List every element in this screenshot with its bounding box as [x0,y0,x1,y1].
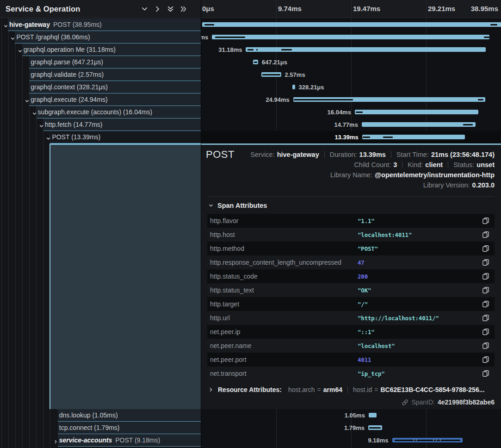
child-span-mark [490,24,497,25]
copy-icon[interactable] [482,217,489,224]
tree-row[interactable]: graphql.context (328.21μs) [0,81,201,93]
tree-row[interactable]: graphql.execute (24.94ms) [0,93,201,106]
timeline-row[interactable]: 24.94ms [201,93,501,106]
collapse-all-button[interactable] [167,5,174,13]
tree-row[interactable]: POST (13.39ms) [0,131,201,143]
trace-viewer: Service & Operation hive-gatewayPOST (38… [0,0,501,448]
child-span-mark [294,99,353,100]
copy-icon[interactable] [482,245,489,252]
timeline-row[interactable]: 38.95ms [201,19,501,31]
span-bar[interactable] [362,122,476,127]
child-span-mark [463,124,473,125]
tree-row[interactable]: graphql.parse (647.21μs) [0,56,201,68]
chevron-down-icon[interactable] [39,122,44,131]
tree-row[interactable]: service-accountsPOST (9.18ms) [0,434,201,447]
duration-label: 14.77ms [334,118,358,131]
chevron-down-icon[interactable] [46,135,51,143]
copy-icon[interactable] [482,259,489,266]
attribute-value: "ip_tcp" [358,370,482,377]
attribute-key: http.method [210,245,358,252]
copy-icon[interactable] [482,273,489,280]
ruler-tick-label: 0μs [202,0,214,17]
copy-icon[interactable] [482,356,489,363]
meta-value: 3 [393,161,397,168]
timeline-panel: 0μs9.74ms19.47ms29.21ms38.95ms 38.95ms36… [201,0,501,448]
copy-icon[interactable] [482,370,489,377]
chevron-right-icon[interactable] [53,438,58,446]
panel-splitter[interactable] [201,0,201,448]
attribute-value: "OK" [358,287,482,294]
chevron-down-icon [208,203,214,208]
span-bar[interactable] [362,135,465,139]
span-label: graphql.validate (2.57ms) [31,68,104,81]
chevron-down-icon[interactable] [18,47,23,56]
tree-row[interactable]: POST /graphql (36.06ms) [0,31,201,44]
meta-separator [324,151,325,158]
span-attributes-title: Span Attributes [217,202,267,209]
timeline-row[interactable]: 1.05ms [201,409,501,422]
child-span-mark [356,112,363,113]
copy-icon[interactable] [482,342,489,349]
span-label: subgraph.execute (accounts) (16.04ms) [38,106,152,118]
copy-icon [482,314,489,322]
span-bar[interactable] [292,85,295,89]
tree-row[interactable]: graphql.operation Me (31.18ms) [0,44,201,56]
child-span-mark [478,99,483,100]
timeline-row[interactable]: 31.18ms [201,44,501,56]
copy-icon [482,370,489,377]
span-bar[interactable] [355,110,478,114]
meta-label: Child Count: [354,161,391,168]
copy-icon[interactable] [482,286,489,294]
chevron-down-icon[interactable] [10,35,15,43]
copy-icon[interactable] [482,328,489,336]
copy-icon[interactable] [482,314,489,322]
timeline-row[interactable]: 1.79ms [201,422,501,434]
copy-icon[interactable] [482,231,489,238]
copy-icon [482,328,489,336]
meta-separator [448,162,448,168]
span-attributes-header[interactable]: Span Attributes [208,202,267,209]
span-bar[interactable] [369,413,377,417]
tree-row[interactable]: graphql.validate (2.57ms) [0,68,201,81]
tree-row[interactable]: dns.lookup (1.05ms) [0,409,201,422]
tree-row[interactable]: http.fetch (14.77ms) [0,118,201,131]
attribute-key: net.peer.port [210,356,358,363]
tree-row[interactable]: hive-gatewayPOST (38.95ms) [0,19,201,31]
chevron-down-icon[interactable] [3,22,8,31]
collapse-one-button[interactable] [141,5,148,13]
expand-one-button[interactable] [154,5,161,13]
chevron-down-icon[interactable] [25,97,30,106]
attribute-value: "1.1" [358,218,482,224]
span-label: POST (13.39ms) [52,131,100,143]
attribute-key: http.target [210,300,358,308]
expand-all-button[interactable] [179,5,187,13]
timeline-row[interactable]: 14.77ms [201,118,501,131]
timeline-row[interactable]: 16.04ms [201,106,501,118]
attribute-value: "localhost" [358,342,482,349]
timeline-row[interactable]: 13.39ms [201,131,501,143]
duration-label: 9.18ms [368,434,389,447]
child-span-mark [369,427,381,429]
timeline-row[interactable]: 328.21μs [201,81,501,93]
span-bar[interactable] [212,35,489,39]
timeline-row[interactable]: 2.57ms [201,68,501,81]
tree-row[interactable]: subgraph.execute (accounts) (16.04ms) [0,106,201,118]
chevron-down-icon[interactable] [32,110,37,118]
timeline-row[interactable]: 9.18ms [201,434,501,447]
child-span-mark [383,137,393,138]
tree-panel-header: Service & Operation [0,0,201,18]
link-icon [402,399,408,406]
timeline-row[interactable]: 647.21μs [201,56,501,68]
meta-label: Library Name: [330,171,372,179]
resource-separator [347,386,348,393]
span-bar[interactable] [202,22,501,27]
span-meta-line: Library Version:0.203.0 [250,180,495,190]
child-span-mark [254,62,257,63]
timeline-row[interactable]: 36.06ms [201,31,501,44]
tree-row[interactable]: tcp.connect (1.79ms) [0,422,201,434]
copy-icon[interactable] [482,300,489,308]
attribute-row: http.url"http://localhost:4011/" [207,311,495,325]
duration-label: 1.79ms [344,422,365,434]
attribute-key: net.peer.name [210,342,358,349]
resource-attributes-row[interactable]: Resource Attributes: host.arch=arm64host… [208,386,495,393]
